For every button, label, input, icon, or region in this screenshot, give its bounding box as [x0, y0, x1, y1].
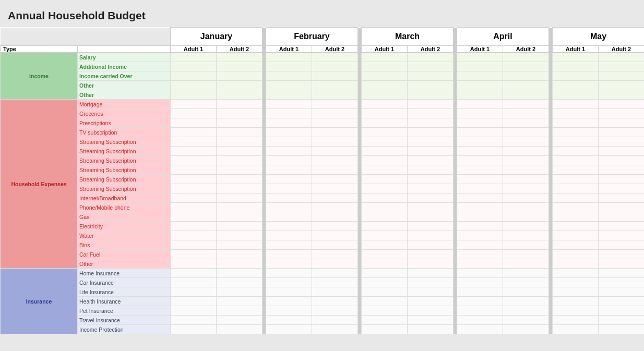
value-cell[interactable] [503, 325, 549, 334]
value-cell[interactable] [312, 81, 358, 90]
value-cell[interactable] [362, 203, 408, 212]
value-cell[interactable] [171, 137, 217, 147]
value-cell[interactable] [217, 184, 263, 193]
value-cell[interactable] [217, 165, 263, 175]
value-cell[interactable] [171, 128, 217, 137]
value-cell[interactable] [217, 118, 263, 128]
value-cell[interactable] [599, 222, 645, 231]
value-cell[interactable] [503, 297, 549, 306]
value-cell[interactable] [266, 203, 312, 212]
value-cell[interactable] [599, 147, 645, 156]
value-cell[interactable] [503, 269, 549, 278]
value-cell[interactable] [599, 316, 645, 325]
value-cell[interactable] [171, 100, 217, 109]
value-cell[interactable] [312, 203, 358, 212]
value-cell[interactable] [503, 203, 549, 212]
value-cell[interactable] [503, 90, 549, 100]
value-cell[interactable] [171, 203, 217, 212]
value-cell[interactable] [312, 240, 358, 250]
value-cell[interactable] [171, 53, 217, 62]
value-cell[interactable] [503, 137, 549, 147]
value-cell[interactable] [171, 147, 217, 156]
value-cell[interactable] [362, 325, 408, 334]
value-cell[interactable] [266, 184, 312, 193]
value-cell[interactable] [312, 269, 358, 278]
value-cell[interactable] [217, 250, 263, 259]
value-cell[interactable] [553, 137, 599, 147]
value-cell[interactable] [503, 287, 549, 297]
value-cell[interactable] [408, 287, 454, 297]
value-cell[interactable] [408, 250, 454, 259]
value-cell[interactable] [408, 184, 454, 193]
value-cell[interactable] [217, 316, 263, 325]
value-cell[interactable] [312, 137, 358, 147]
value-cell[interactable] [408, 306, 454, 316]
value-cell[interactable] [362, 278, 408, 287]
value-cell[interactable] [217, 156, 263, 165]
value-cell[interactable] [171, 90, 217, 100]
value-cell[interactable] [217, 212, 263, 222]
value-cell[interactable] [362, 231, 408, 240]
value-cell[interactable] [457, 316, 503, 325]
value-cell[interactable] [312, 212, 358, 222]
value-cell[interactable] [217, 90, 263, 100]
value-cell[interactable] [362, 165, 408, 175]
value-cell[interactable] [362, 297, 408, 306]
value-cell[interactable] [553, 100, 599, 109]
value-cell[interactable] [312, 175, 358, 184]
value-cell[interactable] [599, 71, 645, 81]
value-cell[interactable] [553, 316, 599, 325]
value-cell[interactable] [171, 259, 217, 269]
value-cell[interactable] [457, 184, 503, 193]
value-cell[interactable] [503, 175, 549, 184]
value-cell[interactable] [362, 62, 408, 71]
value-cell[interactable] [217, 297, 263, 306]
value-cell[interactable] [408, 109, 454, 118]
value-cell[interactable] [312, 193, 358, 203]
value-cell[interactable] [171, 240, 217, 250]
value-cell[interactable] [217, 137, 263, 147]
value-cell[interactable] [599, 118, 645, 128]
value-cell[interactable] [171, 278, 217, 287]
value-cell[interactable] [457, 240, 503, 250]
value-cell[interactable] [503, 147, 549, 156]
value-cell[interactable] [503, 316, 549, 325]
value-cell[interactable] [599, 259, 645, 269]
value-cell[interactable] [266, 316, 312, 325]
value-cell[interactable] [362, 128, 408, 137]
value-cell[interactable] [408, 269, 454, 278]
value-cell[interactable] [553, 287, 599, 297]
value-cell[interactable] [599, 250, 645, 259]
value-cell[interactable] [266, 147, 312, 156]
value-cell[interactable] [217, 109, 263, 118]
value-cell[interactable] [503, 71, 549, 81]
value-cell[interactable] [171, 118, 217, 128]
value-cell[interactable] [408, 156, 454, 165]
value-cell[interactable] [312, 71, 358, 81]
value-cell[interactable] [171, 81, 217, 90]
value-cell[interactable] [266, 109, 312, 118]
value-cell[interactable] [553, 147, 599, 156]
value-cell[interactable] [408, 203, 454, 212]
value-cell[interactable] [457, 203, 503, 212]
value-cell[interactable] [599, 297, 645, 306]
value-cell[interactable] [171, 184, 217, 193]
value-cell[interactable] [312, 100, 358, 109]
value-cell[interactable] [266, 306, 312, 316]
value-cell[interactable] [266, 240, 312, 250]
value-cell[interactable] [408, 278, 454, 287]
value-cell[interactable] [217, 269, 263, 278]
value-cell[interactable] [408, 259, 454, 269]
value-cell[interactable] [553, 212, 599, 222]
value-cell[interactable] [266, 165, 312, 175]
value-cell[interactable] [171, 306, 217, 316]
value-cell[interactable] [457, 325, 503, 334]
value-cell[interactable] [599, 278, 645, 287]
value-cell[interactable] [171, 212, 217, 222]
value-cell[interactable] [362, 137, 408, 147]
value-cell[interactable] [362, 250, 408, 259]
value-cell[interactable] [217, 222, 263, 231]
value-cell[interactable] [553, 81, 599, 90]
value-cell[interactable] [217, 306, 263, 316]
value-cell[interactable] [362, 156, 408, 165]
